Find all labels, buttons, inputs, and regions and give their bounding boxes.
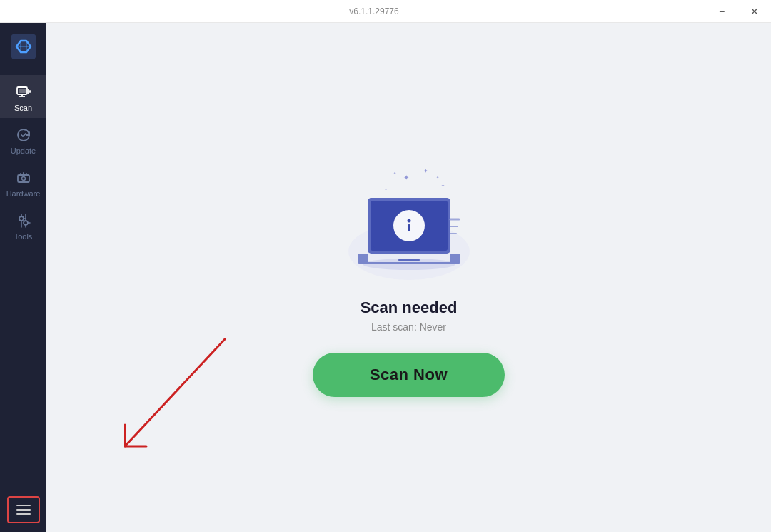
svg-text:✦: ✦	[403, 174, 409, 181]
svg-point-31	[407, 219, 410, 222]
sidebar-item-hardware-label: Hardware	[6, 189, 41, 198]
illustration-svg: ✦ ✦ ✦ ✦ ✦ ✦	[331, 159, 488, 287]
minimize-button[interactable]: −	[705, 0, 738, 23]
close-button[interactable]: ✕	[738, 0, 771, 23]
annotation-arrow	[104, 332, 246, 475]
scan-status: Scan needed Last scan: Never	[361, 298, 458, 333]
sidebar-item-hardware[interactable]: Hardware	[0, 161, 46, 204]
menu-button[interactable]	[7, 496, 40, 523]
sidebar-item-tools-label: Tools	[14, 232, 33, 241]
sidebar-nav: Scan Update	[0, 75, 46, 488]
version-label: v6.1.1.29776	[306, 6, 398, 16]
app-body: Scan Update	[0, 23, 771, 532]
update-icon	[15, 126, 32, 144]
scan-now-button[interactable]: Scan Now	[313, 353, 505, 397]
menu-bar-3	[16, 513, 31, 515]
svg-text:✦: ✦	[436, 175, 439, 179]
svg-rect-33	[398, 259, 420, 261]
svg-point-12	[24, 221, 28, 225]
svg-rect-6	[18, 175, 29, 182]
main-content: ✦ ✦ ✦ ✦ ✦ ✦	[46, 23, 771, 532]
scan-illustration: ✦ ✦ ✦ ✦ ✦ ✦	[331, 159, 488, 287]
sidebar-bottom	[0, 488, 46, 532]
window-controls: − ✕	[705, 0, 771, 22]
svg-text:✦: ✦	[441, 184, 445, 188]
svg-rect-32	[408, 224, 410, 231]
sidebar-item-scan[interactable]: Scan	[0, 75, 46, 118]
sidebar: Scan Update	[0, 23, 46, 532]
svg-point-7	[21, 177, 25, 181]
svg-rect-2	[19, 89, 26, 93]
menu-bar-1	[16, 505, 31, 506]
svg-text:✦: ✦	[423, 168, 428, 174]
app-logo	[0, 23, 46, 69]
svg-text:✦: ✦	[384, 187, 388, 191]
tools-icon	[15, 212, 32, 229]
title-bar: v6.1.1.29776 − ✕	[0, 0, 771, 23]
sidebar-item-scan-label: Scan	[14, 104, 32, 112]
scan-icon	[15, 84, 32, 101]
menu-bar-2	[16, 509, 31, 511]
last-scan-label: Last scan: Never	[371, 321, 446, 333]
svg-text:✦: ✦	[393, 171, 396, 175]
sidebar-item-tools[interactable]: Tools	[0, 204, 46, 246]
scan-needed-title: Scan needed	[361, 298, 458, 317]
sidebar-item-update[interactable]: Update	[0, 118, 46, 161]
hardware-icon	[15, 169, 32, 186]
svg-line-37	[125, 339, 225, 446]
sidebar-item-update-label: Update	[11, 146, 36, 155]
svg-point-11	[19, 216, 24, 221]
